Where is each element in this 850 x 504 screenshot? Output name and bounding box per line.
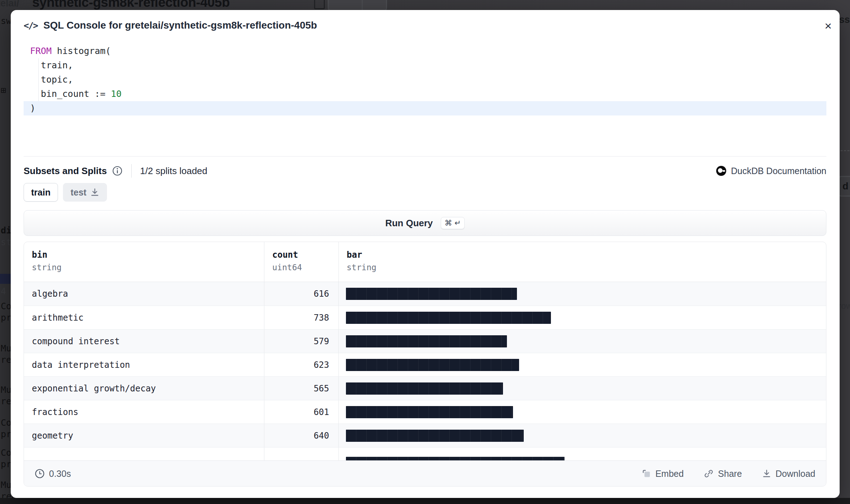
copy-icon: [314, 0, 325, 9]
embed-icon: [642, 469, 651, 478]
share-icon: [704, 469, 714, 479]
cell-bar: [339, 353, 826, 376]
footer-actions: EmbedShareDownload: [642, 469, 815, 479]
duckdb-icon: [716, 165, 727, 176]
cell-bin: fractions: [24, 400, 264, 424]
table-row: compound interest579: [24, 329, 826, 353]
results-table-body[interactable]: algebra616arithmetic738compound interest…: [24, 282, 826, 460]
cell-bin: compound interest: [24, 330, 264, 353]
table-row: exponential growth/decay565: [24, 376, 826, 400]
cell-bin: exponential growth/decay: [24, 377, 264, 400]
histogram-bar: [346, 457, 565, 460]
modal-title: SQL Console for gretelai/synthetic-gsm8k…: [43, 20, 317, 31]
column-header-count: count uint64: [264, 242, 339, 282]
cell-bar: [339, 377, 826, 400]
table-row-partial: [24, 447, 826, 460]
modal-header: </> SQL Console for gretelai/synthetic-g…: [24, 10, 827, 41]
cell-bin: geometry: [24, 424, 264, 447]
page: { "backdrop": { "top": { "path_prefix": …: [0, 0, 850, 504]
backdrop-text-fragment: sw: [1, 16, 11, 26]
column-name: bar: [347, 250, 826, 260]
split-chip-test[interactable]: test: [63, 183, 107, 202]
info-icon[interactable]: [112, 165, 123, 176]
table-row: data interpretation623: [24, 353, 826, 376]
split-chip-train[interactable]: train: [24, 183, 58, 202]
code-line-3[interactable]: topic,: [24, 73, 826, 87]
split-chip-label: test: [70, 187, 86, 198]
cell-count: 565: [264, 377, 339, 400]
backdrop-dataset-owner: telai/: [0, 0, 19, 9]
cell-bar: [339, 448, 826, 460]
run-query-button[interactable]: Run Query ⌘ ↵: [24, 210, 826, 236]
download-icon: [90, 188, 99, 197]
column-header-bin: bin string: [24, 242, 264, 282]
cell-bar: [339, 400, 826, 424]
keyboard-shortcut-badge: ⌘ ↵: [441, 217, 465, 229]
divider: [24, 156, 826, 157]
duckdb-documentation-link[interactable]: DuckDB Documentation: [716, 163, 826, 179]
close-icon[interactable]: ×: [820, 17, 837, 34]
table-row: algebra616: [24, 282, 826, 306]
embed-button[interactable]: Embed: [642, 469, 684, 479]
action-label: Embed: [655, 469, 684, 479]
histogram-bar: [346, 430, 524, 442]
cell-bar: [339, 306, 826, 329]
indent-guide: [38, 58, 39, 101]
sql-editor[interactable]: FROM histogram( train, topic, bin_count …: [24, 44, 826, 151]
splits-loaded-status: 1/2 splits loaded: [140, 165, 207, 177]
cell-count: [264, 448, 339, 460]
query-results-panel: bin string count uint64 bar string algeb…: [24, 242, 826, 486]
column-type: uint64: [272, 263, 338, 272]
duckdb-documentation-label: DuckDB Documentation: [731, 166, 826, 176]
cell-count: 616: [264, 282, 339, 306]
cell-bin: data interpretation: [24, 353, 264, 376]
cell-bin: algebra: [24, 282, 264, 306]
histogram-bar: [346, 406, 513, 418]
sql-token: bin_count :=: [30, 89, 111, 99]
code-line-1[interactable]: FROM histogram(: [24, 44, 826, 58]
cell-count: 601: [264, 400, 339, 424]
cell-count: 640: [264, 424, 339, 447]
sql-token: train,: [30, 60, 73, 70]
column-name: bin: [32, 250, 264, 260]
histogram-bar: [346, 288, 517, 300]
sql-token: histogram(: [52, 46, 111, 56]
code-line-2[interactable]: train,: [24, 58, 826, 73]
cell-bin: [24, 448, 264, 460]
backdrop-selected-row-band: [0, 274, 11, 284]
elapsed-time-label: 0.30s: [49, 469, 71, 479]
table-row: geometry640: [24, 424, 826, 447]
code-line-4[interactable]: bin_count := 10: [24, 87, 826, 101]
action-label: Download: [776, 469, 815, 479]
results-table-header: bin string count uint64 bar string: [24, 242, 826, 282]
column-type: string: [347, 263, 826, 272]
code-icon: </>: [24, 20, 38, 31]
cell-count: 579: [264, 330, 339, 353]
sql-console-modal: </> SQL Console for gretelai/synthetic-g…: [11, 10, 840, 498]
query-elapsed-time: 0.30s: [35, 469, 71, 479]
action-label: Share: [718, 469, 742, 479]
column-type: string: [32, 263, 264, 272]
histogram-bar: [346, 359, 519, 371]
sql-token: 10: [111, 89, 122, 99]
column-header-bar: bar string: [339, 242, 826, 282]
download-button[interactable]: Download: [762, 469, 815, 479]
backdrop-bottom-bar: [0, 498, 850, 504]
sql-token: ): [30, 103, 35, 113]
cell-bar: [339, 424, 826, 447]
histogram-bar: [346, 312, 551, 324]
table-row: fractions601: [24, 400, 826, 424]
share-button[interactable]: Share: [704, 469, 742, 479]
column-name: count: [272, 250, 338, 260]
cell-count: 738: [264, 306, 339, 329]
backdrop-dataset-title: synthetic-gsm8k-reflection-405b: [32, 0, 230, 10]
cell-bar: [339, 330, 826, 353]
split-chip-label: train: [31, 187, 50, 198]
vertical-separator: [131, 164, 132, 178]
histogram-bar: [346, 335, 507, 347]
histogram-bar: [346, 382, 503, 395]
cell-count: 623: [264, 353, 339, 376]
code-line-5[interactable]: ): [24, 101, 826, 115]
sql-token: topic,: [30, 74, 73, 85]
cell-bin: arithmetic: [24, 306, 264, 329]
